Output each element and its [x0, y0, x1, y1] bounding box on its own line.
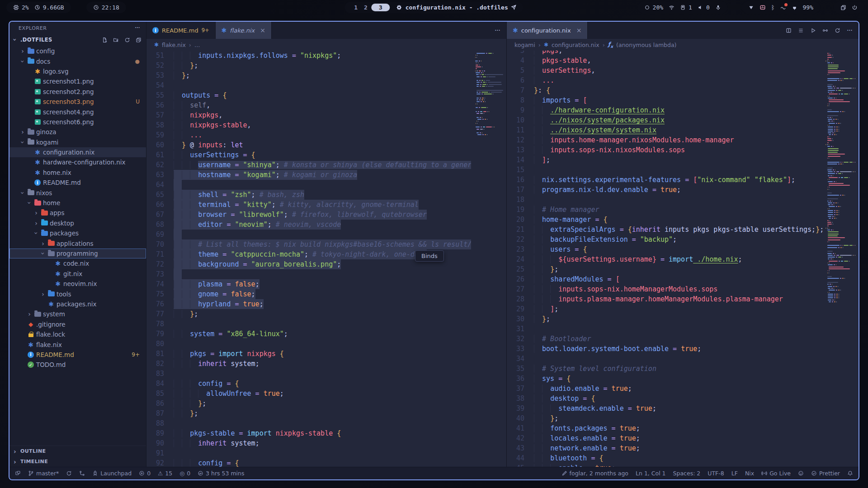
new-folder-icon[interactable]: [113, 37, 119, 43]
tree-item-hardware-configuration-nix[interactable]: ✱hardware-configuration.nix: [9, 157, 146, 167]
more-actions-icon[interactable]: ···: [847, 26, 852, 35]
code-line-38[interactable]: 38 desktop = {: [507, 394, 823, 404]
code-line-27[interactable]: 27 inputs.sops-nix.homeManagerModules.so…: [507, 284, 823, 294]
chevron-down-icon[interactable]: ›: [19, 58, 26, 65]
chevron-down-icon[interactable]: ›: [19, 139, 26, 146]
tab-configuration-nix[interactable]: ✱ configuration.nix ×: [507, 22, 588, 39]
code-line-58[interactable]: 58 nixpkgs-stable,: [146, 120, 471, 130]
workspace-2[interactable]: 2: [361, 4, 370, 11]
code-line-29[interactable]: 29 ];: [507, 304, 823, 314]
code-line-11[interactable]: 11 ../nixos/system/system.nix: [507, 125, 823, 135]
code-line-44[interactable]: 44 bluetooth = {: [507, 453, 823, 463]
code-line-12[interactable]: 12 inputs.home-manager.nixosModules.home…: [507, 135, 823, 145]
code-line-85[interactable]: 85 allowUnfree = true;: [146, 389, 471, 399]
code-line-24[interactable]: 24 ${userSettings.username} = import ./h…: [507, 254, 823, 264]
code-line-17[interactable]: 17 programs.nix-ld.dev.enable = true;: [507, 185, 823, 195]
code-line-5[interactable]: 5 userSettings,: [507, 66, 823, 75]
tree-item-packages-nix[interactable]: ✱packages.nix: [9, 299, 146, 309]
code-line-62[interactable]: 62 username = "shinya"; # konsta or shin…: [146, 160, 471, 170]
code-line-36[interactable]: 36 sys = {: [507, 374, 823, 384]
code-line-53[interactable]: 53 };: [146, 70, 471, 80]
wakatime-module[interactable]: 3 hrs 53 mins: [198, 470, 244, 477]
code-line-83[interactable]: 83: [146, 369, 471, 379]
code-line-92[interactable]: 92 config = {: [146, 458, 471, 467]
run-icon[interactable]: [810, 28, 816, 33]
code-line-54[interactable]: 54: [146, 80, 471, 90]
chevron-right-icon[interactable]: ›: [19, 47, 26, 55]
breadcrumb-item[interactable]: flake.nix: [162, 42, 186, 48]
code-line-60[interactable]: 60 } @ inputs: let: [146, 140, 471, 150]
git-graph-module[interactable]: [79, 470, 85, 476]
tree-item-home[interactable]: ›home: [9, 198, 146, 208]
code-line-79[interactable]: 79 system = "x86_64-linux";: [146, 329, 471, 339]
code-line-21[interactable]: 21 extraSpecialArgs = {inherit inputs pk…: [507, 225, 823, 235]
tree-item-screenshot6-png[interactable]: screenshot6.png: [9, 117, 146, 127]
code-line-86[interactable]: 86 };: [146, 399, 471, 408]
code-line-87[interactable]: 87 };: [146, 408, 471, 418]
tree-item-screenshot1-png[interactable]: screenshot1.png: [9, 76, 146, 86]
code-line-64[interactable]: 64: [146, 180, 471, 190]
tab-flake-nix[interactable]: ✱ flake.nix ×: [216, 22, 272, 39]
code-line-63[interactable]: 63 hostname = "kogami"; # kogami or gino…: [146, 170, 471, 180]
workspace-switcher[interactable]: 123: [351, 4, 390, 11]
code-line-22[interactable]: 22 backupFileExtension = "backup";: [507, 235, 823, 244]
code-line-84[interactable]: 84 config = {: [146, 379, 471, 389]
code-line-25[interactable]: 25 };: [507, 264, 823, 274]
tree-item-screenshot4-png[interactable]: screenshot4.png: [9, 107, 146, 117]
code-line-9[interactable]: 9 ./hardware-configuration.nix: [507, 105, 823, 115]
code-line-89[interactable]: 89 pkgs-stable = import nixpkgs-stable {: [146, 428, 471, 438]
code-line-61[interactable]: 61 userSettings = {: [146, 150, 471, 160]
code-line-75[interactable]: 75 gnome = false;: [146, 289, 471, 299]
launchpad-module[interactable]: Launchpad: [92, 470, 132, 477]
status-text[interactable]: LF: [731, 470, 738, 477]
chevron-right-icon[interactable]: ›: [39, 291, 47, 298]
code-line-14[interactable]: 14 ];: [507, 155, 823, 165]
code-line-4[interactable]: 4 pkgs-stable,: [507, 56, 823, 66]
warning-module[interactable]: ⚠15: [158, 470, 172, 477]
timeline-section-header[interactable]: › TIMELINE: [9, 456, 146, 467]
breadcrumb-right[interactable]: kogami › ✱ configuration.nix › ƒx (anony…: [507, 39, 859, 51]
tree-item-configuration-nix[interactable]: ✱configuration.nix: [9, 147, 146, 157]
status-text[interactable]: Ln 1, Col 1: [636, 470, 666, 477]
code-line-6[interactable]: 6 ...: [507, 75, 823, 85]
tree-item-todo-md[interactable]: ✓TODO.md: [9, 360, 146, 370]
code-line-18[interactable]: 18: [507, 195, 823, 205]
status-text[interactable]: Spaces: 2: [673, 470, 701, 477]
code-line-51[interactable]: 51 inputs.nixpkgs.follows = "nixpkgs";: [146, 51, 471, 61]
code-line-55[interactable]: 55 outputs = {: [146, 90, 471, 100]
sync-module[interactable]: [66, 470, 72, 476]
status-text[interactable]: Nix: [745, 470, 754, 477]
tree-item-logo-svg[interactable]: ✱logo.svg: [9, 66, 146, 76]
tree-item-packages[interactable]: ›packages: [9, 228, 146, 238]
code-line-65[interactable]: 65 shell = "zsh"; # bash, zsh: [146, 190, 471, 200]
tree-item-nixos[interactable]: ›nixos: [9, 188, 146, 197]
breadcrumb-left[interactable]: ✱ flake.nix › …: [146, 39, 506, 51]
tree-item-home-nix[interactable]: ✱home.nix: [9, 168, 146, 178]
code-line-34[interactable]: 34: [507, 354, 823, 364]
workspace-1[interactable]: 1: [351, 4, 360, 11]
code-line-81[interactable]: 81 pkgs = import nixpkgs {: [146, 349, 471, 359]
code-line-8[interactable]: 8 imports = [: [507, 95, 823, 105]
code-line-41[interactable]: 41 fonts.packages = true;: [507, 423, 823, 433]
git-branch-module[interactable]: master*: [28, 470, 59, 477]
explorer-more-actions-icon[interactable]: ···: [135, 24, 140, 32]
chevron-right-icon[interactable]: ›: [39, 240, 47, 247]
code-line-31[interactable]: 31: [507, 324, 823, 334]
code-line-26[interactable]: 26 sharedModules = [: [507, 274, 823, 284]
outline-section-header[interactable]: › OUTLINE: [9, 446, 146, 456]
code-line-33[interactable]: 33 boot.loader.systemd-boot.enable = tru…: [507, 344, 823, 354]
code-line-69[interactable]: 69: [146, 230, 471, 239]
code-line-32[interactable]: 32 # Bootloader: [507, 334, 823, 344]
tree-item--gitignore[interactable]: ◆.gitignore: [9, 319, 146, 329]
breadcrumb-item[interactable]: (anonymous lambda): [616, 42, 676, 48]
breadcrumb-item[interactable]: …: [194, 42, 200, 48]
tree-item-programming[interactable]: ›programming: [9, 249, 146, 258]
tree-item-system[interactable]: ›system: [9, 309, 146, 319]
code-line-67[interactable]: 67 browser = "librewolf"; # firefox, lib…: [146, 210, 471, 220]
code-line-3[interactable]: 3 pkgs,: [507, 51, 823, 56]
breadcrumb-item[interactable]: configuration.nix: [552, 42, 599, 48]
tree-item-flake-nix[interactable]: ✱flake.nix: [9, 339, 146, 349]
workspace-root-row[interactable]: › .DOTFILES: [9, 34, 146, 45]
breadcrumb-item[interactable]: kogami: [514, 42, 535, 48]
code-line-20[interactable]: 20 home-manager = {: [507, 215, 823, 225]
